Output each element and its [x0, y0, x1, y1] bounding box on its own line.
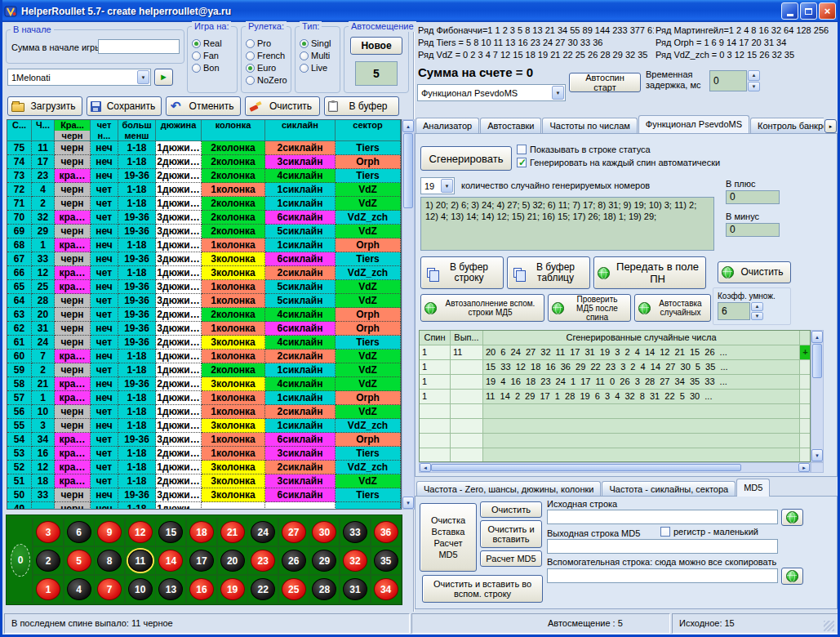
board-number-20[interactable]: 20 [217, 546, 248, 575]
md5-output-input[interactable] [547, 539, 778, 554]
maximize-button[interactable] [800, 2, 817, 20]
radio-singl[interactable]: Singl [300, 38, 340, 49]
radio-nozero[interactable]: NoZero [246, 74, 291, 86]
history-row[interactable]: 712чернчет1-181дюжи…2колонка1сиклайнVdZ [7, 197, 401, 211]
board-number-13[interactable]: 13 [155, 575, 186, 604]
generated-table-vscrollbar[interactable]: ▲ ▼ [811, 330, 824, 462]
clear-generated-button[interactable]: Очистить [718, 261, 791, 283]
board-number-7[interactable]: 7 [94, 575, 125, 604]
md5-clear-paste-calc-button[interactable]: Очистка Вставка Расчет MD5 [420, 503, 477, 572]
save-button[interactable]: Сохранить [87, 96, 162, 116]
lowercase-checkbox[interactable]: регистр - маленький [660, 527, 758, 537]
board-number-12[interactable]: 12 [125, 518, 156, 546]
generated-row[interactable]: 115 33 12 18 16 36 29 22 23 3 2 4 14 27 … [420, 360, 810, 375]
board-number-31[interactable]: 31 [340, 575, 371, 604]
check-md5-button[interactable]: Проверить МД5 после спина [548, 294, 631, 322]
history-row[interactable]: 6428чернчет19-363дюжи…1колонка5сиклайнVd… [7, 294, 401, 308]
board-number-17[interactable]: 17 [186, 546, 217, 575]
scroll-thumb[interactable] [431, 464, 741, 471]
history-row[interactable]: 6525кра…неч19-363дюжи…1колонка5сиклайнVd… [7, 280, 401, 294]
generated-row[interactable] [420, 448, 810, 462]
generated-row[interactable] [420, 404, 810, 419]
md5-aux-globe-button[interactable] [781, 568, 803, 585]
history-row[interactable]: 5033черннеч19-363дюжи…3колонка6сиклайнTi… [7, 488, 401, 502]
md5-aux-input[interactable] [547, 568, 778, 583]
history-row[interactable]: 681кра…неч1-181дюжи…1колонка1сиклайнOrph [7, 238, 401, 252]
scroll-up-button[interactable]: ▲ [811, 331, 823, 343]
run-preset-button[interactable]: ► [154, 69, 173, 86]
board-number-28[interactable]: 28 [309, 575, 340, 604]
md5-calc-button[interactable]: Расчет MD5 [480, 550, 542, 567]
generated-row[interactable] [420, 434, 810, 448]
history-row[interactable]: 6929черннеч19-363дюжи…2колонка5сиклайнVd… [7, 225, 401, 238]
history-row[interactable]: 5212кра…чет1-181дюжи…3колонка2сиклайнVdZ… [7, 461, 401, 474]
function-combobox[interactable]: Функционал PsevdoMS ▼ [417, 84, 566, 101]
board-number-26[interactable]: 26 [278, 546, 309, 575]
scroll-down-button[interactable]: ▼ [811, 449, 823, 461]
generated-row[interactable]: 119 4 16 18 23 24 1 17 11 0 26 3 28 27 3… [420, 375, 810, 390]
copy-table-button[interactable]: В буфер таблицу [507, 256, 590, 289]
generated-row[interactable]: 11120 6 24 27 32 11 17 31 19 3 2 4 14 12… [420, 345, 810, 360]
undo-button[interactable]: Отменить [166, 96, 241, 116]
history-row[interactable]: 5118кра…чет1-182дюжи…3колонка3сиклайнVdZ [7, 474, 401, 488]
new-autoshift-button[interactable]: Новое [350, 37, 402, 55]
generated-table-hscrollbar[interactable]: ◄ ► [419, 462, 811, 473]
board-number-0[interactable]: 0 [8, 518, 33, 603]
main-tab-5[interactable]: Контроль банкрол [750, 118, 824, 133]
history-row[interactable]: 5821кра…неч19-362дюжи…3колонка4сиклайнVd… [7, 377, 401, 391]
board-number-3[interactable]: 3 [33, 518, 64, 546]
close-button[interactable]: × [819, 2, 836, 20]
board-number-27[interactable]: 27 [278, 518, 309, 546]
chevron-down-icon[interactable]: ▼ [137, 70, 149, 84]
board-number-34[interactable]: 34 [371, 575, 402, 604]
generated-numbers-area[interactable]: 1) 20; 2) 6; 3) 24; 4) 27; 5) 32; 6) 11;… [420, 197, 714, 251]
history-row[interactable]: 5316кра…чет1-182дюжи…1колонка3сиклайнTie… [7, 447, 401, 461]
board-number-22[interactable]: 22 [247, 575, 278, 604]
history-row[interactable]: 5610чернчет1-181дюжи…1колонка2сиклайнVdZ [7, 405, 401, 419]
board-number-25[interactable]: 25 [278, 575, 309, 604]
radio-live[interactable]: Live [300, 62, 340, 74]
radio-fan[interactable]: Fan [192, 50, 237, 61]
main-tab-1[interactable]: Анализатор [416, 118, 479, 133]
preset-combobox[interactable]: 1Melonati ▼ [7, 69, 151, 86]
scroll-left-button[interactable]: ◄ [420, 463, 431, 472]
board-number-36[interactable]: 36 [371, 518, 402, 546]
scroll-thumb[interactable] [812, 344, 822, 378]
board-number-1[interactable]: 1 [33, 575, 64, 604]
radio-real[interactable]: Real [192, 38, 237, 49]
generated-row[interactable] [420, 419, 810, 434]
delay-value[interactable]: 0 [709, 70, 747, 91]
board-number-23[interactable]: 23 [247, 546, 278, 575]
chevron-down-icon[interactable]: ▼ [552, 86, 564, 100]
history-row[interactable]: 607кра…неч1-181дюжи…1колонка2сиклайнVdZ [7, 350, 401, 363]
resize-grip[interactable] [824, 621, 834, 631]
autospin-start-button[interactable]: Автоспин старт [569, 73, 641, 92]
main-tab-3[interactable]: Частоты по числам [542, 118, 637, 133]
md5-source-input[interactable] [547, 510, 778, 524]
board-number-19[interactable]: 19 [217, 575, 248, 604]
history-row[interactable]: 6231черннеч19-363дюжи…1колонка6сиклайнOr… [7, 322, 401, 336]
board-number-9[interactable]: 9 [94, 518, 125, 546]
board-number-33[interactable]: 33 [340, 518, 371, 546]
board-number-10[interactable]: 10 [125, 575, 156, 604]
main-tab-4[interactable]: Функционал PsevdoMS [638, 115, 749, 133]
board-number-5[interactable]: 5 [64, 546, 95, 575]
spin-up-button[interactable]: ▲ [748, 70, 760, 81]
history-row[interactable]: 6733черннеч19-363дюжи…3колонка6сиклайнTi… [7, 252, 401, 266]
autofill-md5-button[interactable]: Автозаполнение вспом. строки МД5 [420, 294, 544, 322]
board-number-21[interactable]: 21 [217, 518, 248, 546]
board-number-14[interactable]: 14 [155, 546, 186, 575]
scroll-right-button[interactable]: ► [798, 463, 810, 472]
board-number-29[interactable]: 29 [309, 546, 340, 575]
board-number-6[interactable]: 6 [64, 518, 95, 546]
board-number-30[interactable]: 30 [309, 518, 340, 546]
freq-tab-3[interactable]: MD5 [736, 479, 770, 497]
auto-generate-checkbox[interactable]: Генерировать на каждый спин автоматическ… [517, 158, 720, 167]
scroll-up-button[interactable]: ▲ [402, 120, 414, 132]
history-row[interactable]: 49черннеч1-181дюжи… [7, 502, 401, 510]
copy-row-button[interactable]: В буфер строку [420, 256, 504, 289]
board-number-18[interactable]: 18 [186, 518, 217, 546]
spin-down-button[interactable]: ▼ [751, 312, 763, 321]
board-number-32[interactable]: 32 [340, 546, 371, 575]
history-row[interactable]: 7032кра…чет19-363дюжи…2колонка6сиклайнVd… [7, 211, 401, 225]
